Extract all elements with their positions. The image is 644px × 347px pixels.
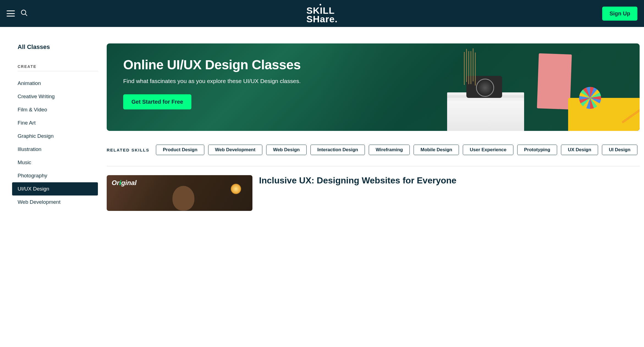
- sidebar-item-photography[interactable]: Photography: [18, 169, 98, 182]
- original-badge: Original: [112, 179, 137, 187]
- get-started-button[interactable]: Get Started for Free: [123, 94, 191, 109]
- skill-pill-prototyping[interactable]: Prototyping: [517, 145, 557, 155]
- skill-pill-ui-design[interactable]: UI Design: [602, 145, 637, 155]
- main-content: Online UI/UX Design Classes Find what fa…: [107, 43, 640, 211]
- hero-decor-books: [447, 92, 524, 131]
- header: SKILL SHare. Sign Up: [0, 0, 644, 27]
- header-left: [7, 9, 28, 18]
- featured-decor-person: [172, 186, 194, 211]
- sidebar: All Classes CREATE Animation Creative Wr…: [4, 43, 98, 211]
- hero-decor-ball: [579, 87, 601, 109]
- svg-line-1: [25, 14, 27, 16]
- featured-class: Original Inclusive UX: Designing Website…: [107, 175, 640, 211]
- hero-decor-yellow: [568, 98, 640, 131]
- related-skills-label: RELATED SKILLS: [107, 148, 149, 152]
- search-icon[interactable]: [20, 9, 28, 18]
- skill-pill-user-experience[interactable]: User Experience: [463, 145, 513, 155]
- category-list: Animation Creative Writing Film & Video …: [18, 77, 98, 209]
- sidebar-item-animation[interactable]: Animation: [18, 77, 98, 90]
- skill-pill-web-development[interactable]: Web Development: [208, 145, 262, 155]
- page-title: Online UI/UX Design Classes: [123, 57, 623, 72]
- skill-pill-interaction-design[interactable]: Interaction Design: [310, 145, 365, 155]
- sidebar-item-illustration[interactable]: Illustration: [18, 143, 98, 156]
- logo[interactable]: SKILL SHare.: [306, 4, 338, 23]
- sidebar-item-music[interactable]: Music: [18, 156, 98, 169]
- sidebar-item-film-video[interactable]: Film & Video: [18, 103, 98, 116]
- hero-subtitle: Find what fascinates you as you explore …: [123, 78, 623, 84]
- skill-pill-product-design[interactable]: Product Design: [156, 145, 204, 155]
- sidebar-item-fine-art[interactable]: Fine Art: [18, 116, 98, 130]
- category-header: CREATE: [18, 64, 98, 71]
- all-classes-link[interactable]: All Classes: [18, 43, 98, 51]
- featured-decor-lamp: [230, 183, 241, 194]
- menu-icon[interactable]: [7, 10, 15, 16]
- skill-pill-wireframing[interactable]: Wireframing: [369, 145, 410, 155]
- logo-line2: SHare.: [306, 15, 338, 23]
- svg-point-0: [21, 10, 26, 15]
- featured-info: Inclusive UX: Designing Websites for Eve…: [259, 175, 640, 211]
- related-skills: RELATED SKILLS Product Design Web Develo…: [107, 145, 640, 166]
- sidebar-item-ui-ux-design[interactable]: UI/UX Design: [12, 182, 98, 195]
- hero-banner: Online UI/UX Design Classes Find what fa…: [107, 43, 640, 131]
- skill-pill-mobile-design[interactable]: Mobile Design: [414, 145, 459, 155]
- logo-line1: SKILL: [306, 6, 335, 15]
- sidebar-item-creative-writing[interactable]: Creative Writing: [18, 90, 98, 103]
- signup-button[interactable]: Sign Up: [602, 7, 637, 21]
- skill-pill-web-design[interactable]: Web Design: [266, 145, 307, 155]
- sidebar-item-graphic-design[interactable]: Graphic Design: [18, 130, 98, 143]
- sidebar-item-web-development[interactable]: Web Development: [18, 195, 98, 209]
- featured-class-title[interactable]: Inclusive UX: Designing Websites for Eve…: [259, 175, 640, 186]
- featured-thumbnail[interactable]: Original: [107, 175, 252, 211]
- skill-pill-ux-design[interactable]: UX Design: [561, 145, 598, 155]
